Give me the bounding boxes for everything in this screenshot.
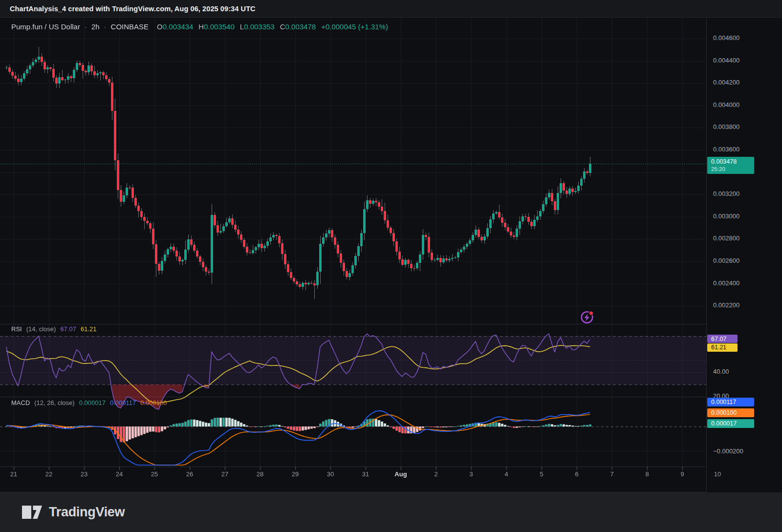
ohlc-values: O0.003434 H0.003540 L0.003353 C0.003478: [157, 22, 316, 31]
price-tick-label: 0.003800: [713, 123, 739, 130]
symbol-name[interactable]: Pump.fun / US Dollar: [11, 22, 80, 31]
time-tick-label: 4: [497, 470, 516, 478]
price-tick-label: 0.004200: [713, 79, 739, 86]
time-tick-label: 3: [461, 470, 481, 478]
macd-indicator-label[interactable]: MACD (12, 26, close) 0.000017 0.000117 0…: [11, 399, 167, 406]
chart-canvas[interactable]: [0, 18, 706, 492]
exchange-label[interactable]: COINBASE: [111, 22, 149, 31]
time-tick-label: 9: [673, 470, 692, 478]
rsi-value: 67.07: [60, 325, 76, 333]
macd-line-value: 0.000117: [110, 399, 136, 406]
time-tick-label: 28: [250, 470, 270, 478]
rsi-axis-label-40: 40.00: [713, 368, 729, 375]
separator-dot: ·: [85, 22, 87, 31]
close-value: C0.003478: [280, 22, 316, 31]
separator-dot: ·: [104, 22, 107, 31]
time-tick-label: 21: [4, 470, 23, 478]
time-tick-label: 24: [109, 470, 129, 478]
price-tick-label: 0.002600: [713, 257, 739, 264]
price-tick-label: 0.004600: [713, 34, 739, 42]
price-tick-label: 0.003200: [713, 190, 739, 197]
macd-signal-badge: 0.000100: [707, 408, 754, 417]
price-tick-label: 0.004000: [713, 101, 739, 108]
tradingview-chart-window: ChartAnalysis_4 created with TradingView…: [0, 0, 782, 532]
time-tick-label: 10: [708, 470, 727, 478]
macd-axis-label: −0.000200: [713, 447, 743, 455]
time-tick-label: 25: [145, 470, 164, 478]
header-bar: ChartAnalysis_4 created with TradingView…: [0, 0, 782, 18]
time-tick-label: 22: [39, 470, 59, 478]
tradingview-wordmark[interactable]: TradingView: [49, 505, 125, 520]
time-tick-label: 26: [180, 470, 199, 478]
time-tick-label: 8: [637, 470, 657, 478]
last-price-badge: 0.003478 25:20: [707, 157, 754, 174]
symbol-info-row: Pump.fun / US Dollar · 2h · COINBASE O0.…: [11, 22, 388, 31]
price-tick-label: 0.003000: [713, 213, 739, 220]
time-tick-label: 23: [74, 470, 94, 478]
footer-bar: TradingView: [0, 492, 782, 532]
time-tick-label: 29: [285, 470, 305, 478]
time-tick-label: 6: [567, 470, 586, 478]
rsi-indicator-label[interactable]: RSI (14, close) 67.07 61.21: [11, 325, 96, 333]
rsi-value-badge: 67.07: [707, 335, 738, 343]
macd-line-badge: 0.000117: [707, 398, 754, 406]
time-tick-label: 30: [321, 470, 340, 478]
price-tick-label: 0.004400: [713, 57, 739, 64]
realtime-lightning-icon[interactable]: [580, 310, 594, 324]
macd-signal-value: 0.000100: [140, 399, 167, 406]
time-tick-label: 7: [602, 470, 622, 478]
time-tick-label: 27: [215, 470, 235, 478]
open-value: O0.003434: [157, 22, 193, 31]
price-tick-label: 0.002200: [713, 301, 739, 309]
time-tick-label: 5: [532, 470, 551, 478]
price-axis[interactable]: 0.0046000.0044000.0042000.0040000.003800…: [706, 18, 782, 492]
page-title: ChartAnalysis_4 created with TradingView…: [10, 5, 256, 13]
high-value: H0.003540: [198, 22, 234, 31]
tradingview-logo-icon[interactable]: [22, 506, 43, 519]
interval-label[interactable]: 2h: [91, 22, 100, 31]
rsi-ma-value-badge: 61.21: [707, 343, 738, 352]
time-tick-label: 31: [356, 470, 375, 478]
bar-countdown: 25:20: [711, 166, 725, 173]
time-tick-label: Aug: [391, 470, 411, 478]
price-tick-label: 0.003600: [713, 146, 739, 153]
time-tick-label: 2: [426, 470, 446, 478]
rsi-ma-value: 61.21: [81, 325, 97, 333]
low-value: L0.003353: [240, 22, 275, 31]
macd-hist-value: 0.000017: [79, 399, 106, 406]
macd-hist-badge: 0.000017: [707, 419, 754, 428]
change-value: +0.000045 (+1.31%): [321, 22, 388, 31]
price-tick-label: 0.002800: [713, 234, 739, 242]
price-tick-label: 0.002400: [713, 279, 739, 287]
